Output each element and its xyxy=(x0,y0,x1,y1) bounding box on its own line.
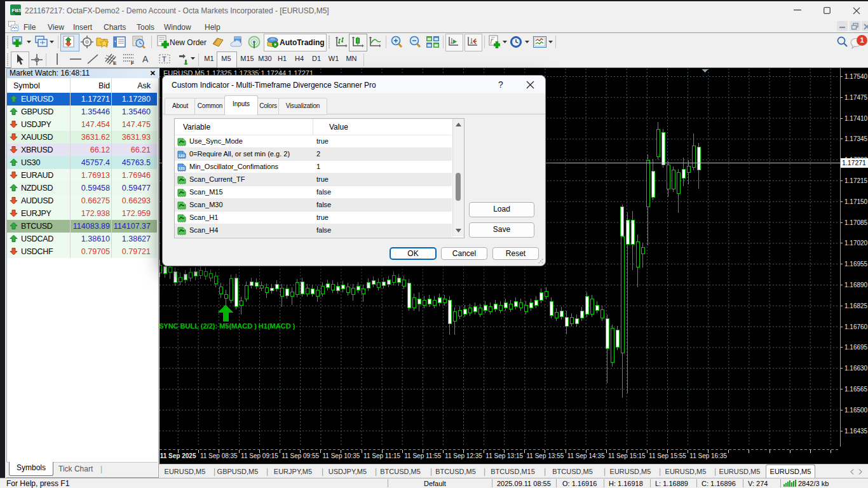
svg-text:11 Sep 09:15: 11 Sep 09:15 xyxy=(241,452,278,459)
svg-text:11 Sep 08:35: 11 Sep 08:35 xyxy=(200,452,238,459)
svg-text:1.17271: 1.17271 xyxy=(842,159,866,166)
svg-text:123: 123 xyxy=(179,154,186,158)
svg-text:11 Sep 10:35: 11 Sep 10:35 xyxy=(323,452,360,459)
svg-text:1.17475: 1.17475 xyxy=(844,94,868,101)
svg-text:1.17345: 1.17345 xyxy=(844,135,868,142)
svg-text:11 Sep 13:55: 11 Sep 13:55 xyxy=(527,452,564,459)
svg-text:11 Sep 12:35: 11 Sep 12:35 xyxy=(445,452,482,459)
svg-text:1.16435: 1.16435 xyxy=(844,428,868,435)
svg-text:1.16695: 1.16695 xyxy=(844,344,868,351)
svg-text:1.16760: 1.16760 xyxy=(844,323,868,330)
svg-text:123: 123 xyxy=(179,166,186,170)
svg-text:11 Sep 09:55: 11 Sep 09:55 xyxy=(281,452,319,459)
svg-text:11 Sep 2025: 11 Sep 2025 xyxy=(160,452,196,459)
svg-text:1.17020: 1.17020 xyxy=(844,240,868,247)
svg-text:1.17540: 1.17540 xyxy=(844,73,868,80)
svg-text:1.16500: 1.16500 xyxy=(844,407,868,414)
svg-text:1.17085: 1.17085 xyxy=(844,219,868,226)
svg-text:1.17150: 1.17150 xyxy=(844,198,868,205)
svg-text:1.17215: 1.17215 xyxy=(844,177,868,184)
svg-text:SYNC BULL (2/2): M5(MACD ) H1(: SYNC BULL (2/2): M5(MACD ) H1(MACD ) xyxy=(159,322,295,330)
svg-text:1.16630: 1.16630 xyxy=(844,365,868,372)
svg-text:1.17410: 1.17410 xyxy=(844,115,868,122)
svg-text:1.16825: 1.16825 xyxy=(844,302,868,309)
svg-text:11 Sep 13:15: 11 Sep 13:15 xyxy=(485,452,523,459)
svg-text:11 Sep 11:15: 11 Sep 11:15 xyxy=(363,452,400,459)
svg-text:11 Sep 15:55: 11 Sep 15:55 xyxy=(649,452,686,459)
svg-text:11 Sep 11:55: 11 Sep 11:55 xyxy=(404,452,441,459)
svg-text:1.16955: 1.16955 xyxy=(844,261,868,268)
svg-text:11 Sep 14:35: 11 Sep 14:35 xyxy=(567,452,605,459)
svg-text:11 Sep 16:35: 11 Sep 16:35 xyxy=(689,452,727,459)
svg-text:1.16890: 1.16890 xyxy=(844,281,868,288)
svg-text:11 Sep 15:15: 11 Sep 15:15 xyxy=(608,452,646,459)
svg-text:1.16565: 1.16565 xyxy=(844,386,868,393)
